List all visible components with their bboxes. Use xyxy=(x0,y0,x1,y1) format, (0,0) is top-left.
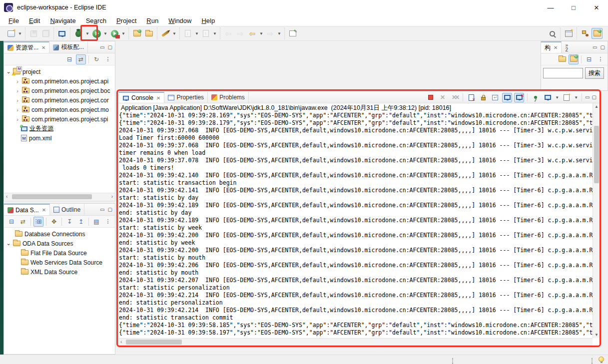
tab-properties[interactable]: Properties xyxy=(164,92,208,103)
external-tools-button[interactable] xyxy=(109,28,120,39)
sync-folder-button[interactable] xyxy=(569,54,579,64)
back-dropdown[interactable]: ▼ xyxy=(259,28,264,39)
back-to-edit-button[interactable]: ⇦ xyxy=(223,28,234,39)
close-window-button[interactable]: ✕ xyxy=(585,0,608,15)
maximize-view-icon[interactable]: ▢ xyxy=(601,45,605,50)
tree-item-business-resource[interactable]: 业务资源 xyxy=(4,124,115,133)
collapse-all-button[interactable]: ⊟ xyxy=(584,54,594,64)
new-dropdown[interactable]: ▼ xyxy=(17,28,22,39)
menu-search[interactable]: Search xyxy=(81,16,111,25)
previous-annotation-dropdown[interactable]: ▼ xyxy=(212,28,217,39)
project-tree[interactable]: ⌄ M project › com.primeton.eos.project.a… xyxy=(4,65,115,193)
minimize-view-icon[interactable]: ▭ xyxy=(593,45,597,50)
link-with-editor-button[interactable]: ⇄ xyxy=(76,54,86,64)
expander-icon[interactable]: ⌄ xyxy=(6,240,11,247)
open-console-button[interactable] xyxy=(562,93,572,102)
mark-occurrences-button[interactable] xyxy=(160,28,171,39)
resource-perspective-button[interactable] xyxy=(592,28,603,39)
maximize-view-icon[interactable]: ▢ xyxy=(108,207,112,212)
tree-mode-button[interactable]: ⫶⊞ xyxy=(33,217,43,227)
tree-item-module-mo[interactable]: › com.primeton.eos.project.mo xyxy=(4,105,115,114)
menu-navigate[interactable]: Navigate xyxy=(45,16,80,25)
tab-problems[interactable]: Problems xyxy=(208,92,249,103)
close-tab-icon[interactable]: ✕ xyxy=(42,207,46,213)
minimize-view-icon[interactable]: ▭ xyxy=(100,207,104,212)
expander-icon[interactable]: › xyxy=(15,88,20,94)
clear-console-button[interactable] xyxy=(466,93,476,102)
remove-launch-button[interactable]: ✕ xyxy=(438,93,448,102)
scroll-left-icon[interactable]: ‹ xyxy=(120,339,122,345)
tree-item-flat-file-data-source[interactable]: Flat File Data Source xyxy=(4,248,115,258)
menu-window[interactable]: Window xyxy=(164,16,196,25)
expander-icon[interactable]: › xyxy=(15,78,20,84)
tree-item-module-api[interactable]: › com.primeton.eos.project.api xyxy=(4,76,115,86)
scroll-left-icon[interactable]: ‹ xyxy=(6,194,7,199)
tree-item-pom-xml[interactable]: M pom.xml xyxy=(4,133,115,143)
tree-item-database-connections[interactable]: Database Connections xyxy=(4,229,115,239)
collapse-all-button[interactable]: ⊟ xyxy=(6,217,16,227)
scroll-down-icon[interactable]: ▼ xyxy=(595,333,599,337)
forward-button[interactable]: ⇨ xyxy=(265,28,276,39)
tree-item-web-services-data-source[interactable]: Web Services Data Source xyxy=(4,258,115,267)
menu-project[interactable]: Project xyxy=(112,16,141,25)
tab-console[interactable]: Console ✕ xyxy=(119,92,164,103)
menu-help[interactable]: Help xyxy=(197,16,219,25)
menu-file[interactable]: File xyxy=(4,16,23,25)
pin-console-button[interactable] xyxy=(531,93,541,102)
maximize-window-button[interactable]: □ xyxy=(562,0,585,15)
last-edit-location-button[interactable] xyxy=(287,28,298,39)
minimize-view-icon[interactable]: ▭ xyxy=(585,95,590,100)
view-menu-button[interactable] xyxy=(103,54,113,64)
open-console-view-button[interactable] xyxy=(56,28,67,39)
search-input[interactable] xyxy=(543,68,583,78)
menu-edit[interactable]: Edit xyxy=(24,16,44,25)
next-annotation-dropdown[interactable]: ▼ xyxy=(194,28,199,39)
console-horizontal-scrollbar[interactable]: ‹ xyxy=(119,338,593,346)
refresh-datasource-button[interactable]: ✥ xyxy=(49,217,59,227)
new-button[interactable] xyxy=(5,28,16,39)
datasource-tree[interactable]: Database Connections ⌄ ODA Data Sources … xyxy=(4,228,115,354)
show-stdout-button[interactable] xyxy=(502,93,512,102)
expander-icon[interactable]: › xyxy=(15,97,20,103)
search-button[interactable]: 搜索 xyxy=(585,67,604,79)
display-console-button[interactable] xyxy=(543,93,553,102)
forward-dropdown[interactable]: ▼ xyxy=(277,28,282,39)
maximize-view-icon[interactable]: ▢ xyxy=(108,45,112,50)
tab-resource-explorer[interactable]: 资源管... ✕ xyxy=(4,41,49,53)
close-tab-icon[interactable]: ✕ xyxy=(554,45,558,50)
tree-item-oda-data-sources[interactable]: ⌄ ODA Data Sources xyxy=(4,239,115,248)
expander-icon[interactable]: ⌄ xyxy=(6,68,11,75)
export-button[interactable]: ↥ xyxy=(76,217,86,227)
console-vertical-scrollbar[interactable]: ▲ ▼ xyxy=(593,103,600,338)
tree-item-xml-data-source[interactable]: XML Data Source xyxy=(4,267,115,277)
run-dropdown[interactable]: ▼ xyxy=(103,28,108,39)
remove-all-terminated-button[interactable]: ✕✕ xyxy=(450,93,460,102)
other-perspective-button[interactable] xyxy=(580,28,591,39)
word-wrap-button[interactable] xyxy=(490,93,500,102)
terminate-button[interactable] xyxy=(426,93,436,102)
component-folder-button[interactable] xyxy=(557,54,567,64)
tab-data-source[interactable]: Data S... ✕ xyxy=(4,204,50,215)
open-resource-button[interactable] xyxy=(131,28,142,39)
link-with-editor-button[interactable]: ⇄ xyxy=(18,217,28,227)
external-tools-dropdown[interactable]: ▼ xyxy=(121,28,126,39)
tab-overflow[interactable]: »2 xyxy=(562,41,572,53)
collapse-all-button[interactable]: ⊟ xyxy=(64,54,74,64)
scrollbar-thumb[interactable] xyxy=(12,194,92,199)
previous-annotation-button[interactable] xyxy=(200,28,211,39)
close-tab-icon[interactable]: ✕ xyxy=(156,95,160,101)
view-menu-button[interactable] xyxy=(103,217,113,227)
tree-item-module-spi[interactable]: › com.primeton.eos.project.spi xyxy=(4,114,115,124)
expander-icon[interactable]: › xyxy=(15,107,20,113)
scroll-up-icon[interactable]: ▲ xyxy=(595,104,599,109)
open-type-button[interactable] xyxy=(143,28,154,39)
tips-lightbulb-icon[interactable] xyxy=(599,357,604,362)
view-menu-button[interactable] xyxy=(596,54,606,64)
close-tab-icon[interactable]: ✕ xyxy=(41,45,45,50)
open-perspective-button[interactable] xyxy=(563,28,574,39)
forward-to-edit-button[interactable]: ⇨ xyxy=(235,28,246,39)
search-toolbar-button[interactable] xyxy=(547,28,558,39)
save-view-button[interactable]: ▤ xyxy=(91,217,101,227)
scrollbar-thumb[interactable] xyxy=(594,126,599,183)
open-console-dropdown[interactable]: ▼ xyxy=(574,92,579,103)
